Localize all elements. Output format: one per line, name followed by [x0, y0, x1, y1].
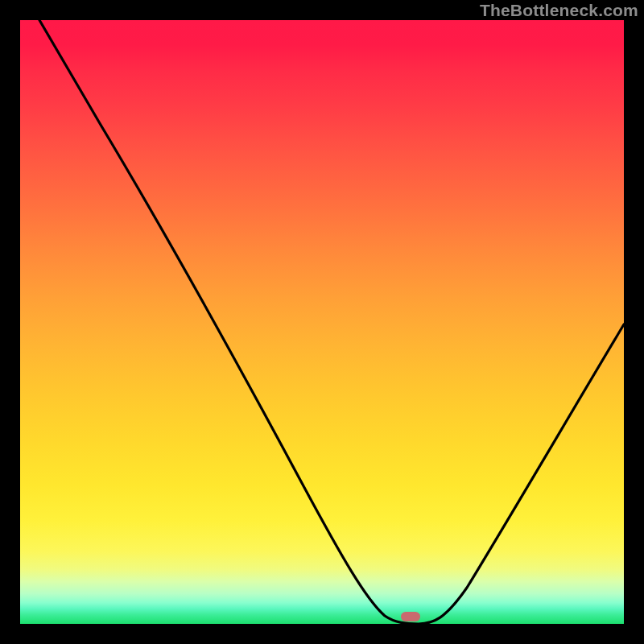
curve-path [39, 20, 624, 624]
watermark-text: TheBottleneck.com [480, 1, 638, 20]
optimal-marker [401, 612, 420, 621]
chart-frame: TheBottleneck.com [0, 0, 644, 644]
plot-area [20, 20, 624, 624]
bottleneck-curve [20, 20, 624, 624]
